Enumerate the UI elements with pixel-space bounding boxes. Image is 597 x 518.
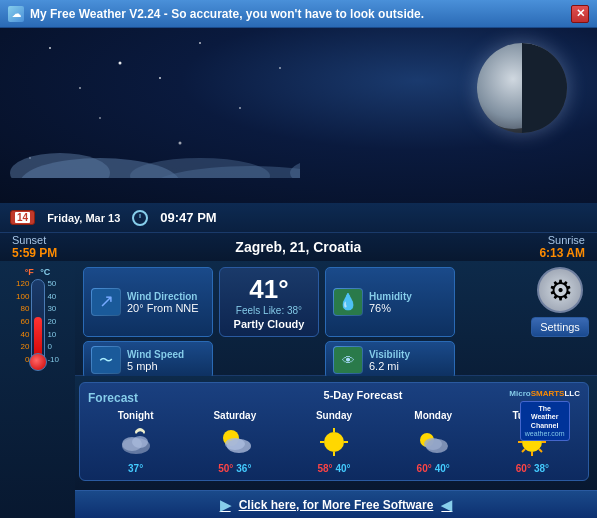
top-panels-row: ↗ Wind Direction 20° From NNE 41° Feels … (83, 267, 523, 337)
visibility-icon: 👁 (333, 346, 363, 374)
day-icon-saturday (217, 424, 253, 460)
wind-speed-panel: 〜 Wind Speed 5 mph (83, 341, 213, 379)
svg-line-51 (522, 449, 525, 452)
fahrenheit-label: °F (25, 267, 34, 277)
weather-dot-com: weather.com (525, 430, 565, 437)
day-temps-sunday: 58° 40° (317, 463, 350, 474)
svg-point-2 (199, 42, 201, 44)
svg-point-31 (132, 436, 148, 448)
forecast-day-tonight: Tonight 37° (88, 410, 183, 474)
visibility-value: 6.2 mi (369, 360, 410, 372)
sunrise-time: 6:13 AM (539, 246, 585, 260)
wind-direction-title: Wind Direction (127, 291, 199, 302)
feels-like: Feels Like: 38° (236, 305, 302, 316)
date-full: Friday, Mar 13 (47, 212, 120, 224)
sunset-time: 5:59 PM (12, 246, 57, 260)
app-body: 14 Friday, Mar 13 09:47 PM Sunset 5:59 P… (0, 28, 597, 518)
temperature-display: 41° Feels Like: 38° Partly Cloudy (219, 267, 319, 337)
right-content: ↗ Wind Direction 20° From NNE 41° Feels … (75, 261, 597, 518)
settings-area: ⚙ Settings (531, 267, 589, 369)
day-temps-saturday: 50° 36° (218, 463, 251, 474)
day-temps-tonight: 37° (128, 463, 143, 474)
forecast-box: Forecast 5-Day Forecast Tonight (79, 382, 589, 481)
fahrenheit-scale: 120 100 80 60 40 20 0 (16, 279, 29, 364)
spacer (219, 341, 319, 379)
sunday-high: 58° (317, 463, 332, 474)
day-icon-monday (415, 424, 451, 460)
thermometer-side: °F °C 120 100 80 60 40 20 0 (0, 261, 75, 518)
gear-icon: ⚙ (537, 267, 583, 313)
moon-display (477, 43, 567, 133)
settings-button[interactable]: Settings (531, 317, 589, 337)
day-icon-tonight (118, 424, 154, 460)
stars-display (0, 28, 300, 178)
sunrise-label: Sunrise (548, 234, 585, 246)
wind-direction-value: 20° From NNE (127, 302, 199, 314)
celsius-scale: 50 40 30 20 10 0 -10 (47, 279, 59, 364)
bottom-link-text: Click here, for More Free Software (239, 498, 434, 512)
visibility-title: Visibility (369, 349, 410, 360)
svg-point-7 (159, 77, 161, 79)
app-icon: ☁ (8, 6, 24, 22)
tuesday-high: 60° (516, 463, 531, 474)
weather-panels: ↗ Wind Direction 20° From NNE 41° Feels … (83, 267, 523, 369)
time-display: 09:47 PM (160, 210, 216, 225)
app-title: My Free Weather V2.24 - So accurate, you… (30, 7, 424, 21)
svg-point-1 (119, 62, 122, 65)
humidity-title: Humidity (369, 291, 412, 302)
weather-channel-text: TheWeatherChannel (531, 405, 559, 430)
date-number: 14 (15, 212, 30, 223)
visibility-panel: 👁 Visibility 6.2 mi (325, 341, 455, 379)
humidity-icon: 💧 (333, 288, 363, 316)
svg-text:↗: ↗ (99, 291, 114, 311)
svg-point-6 (79, 87, 81, 89)
thermometer-container: 120 100 80 60 40 20 0 50 40 30 20 (16, 279, 59, 364)
svg-point-0 (49, 47, 51, 49)
forecast-section: Forecast 5-Day Forecast Tonight (75, 376, 597, 490)
wind-direction-text: Wind Direction 20° From NNE (127, 291, 199, 314)
svg-point-18 (130, 158, 270, 178)
clock-icon (132, 210, 148, 226)
sunset-label: Sunset (12, 234, 46, 246)
svg-line-49 (539, 449, 542, 452)
day-name-monday: Monday (414, 410, 452, 421)
humidity-panel: 💧 Humidity 76% (325, 267, 455, 337)
arrow-left-icon: ▶ (220, 497, 231, 513)
forecast-day-sunday: Sunday 58° (286, 410, 381, 474)
svg-point-3 (279, 67, 281, 69)
tonight-low: 37° (128, 463, 143, 474)
humidity-value: 76% (369, 302, 412, 314)
svg-point-20 (290, 155, 300, 178)
bottom-bar: ▶ Click here, for More Free Software ◀ (75, 490, 597, 518)
close-button[interactable]: ✕ (571, 5, 589, 23)
city-name: Zagreb, 21, Croatia (235, 239, 361, 255)
svg-point-14 (179, 142, 182, 145)
day-temps-tuesday: 60° 38° (516, 463, 549, 474)
svg-point-42 (424, 438, 442, 450)
svg-text:💧: 💧 (338, 292, 358, 311)
saturday-high: 50° (218, 463, 233, 474)
day-name-saturday: Saturday (213, 410, 256, 421)
wind-speed-icon: 〜 (91, 346, 121, 374)
svg-text:〜: 〜 (99, 352, 113, 368)
monday-high: 60° (417, 463, 432, 474)
svg-point-34 (225, 438, 245, 450)
thermometer-bulb (29, 353, 47, 371)
sunday-low: 40° (336, 463, 351, 474)
tuesday-low: 38° (534, 463, 549, 474)
svg-point-35 (324, 432, 344, 452)
day-name-tonight: Tonight (118, 410, 154, 421)
micro-smarts-logo: MicroSMARTSLLC (509, 389, 580, 398)
more-software-link[interactable]: ▶ Click here, for More Free Software ◀ (220, 497, 453, 513)
date-box: 14 (10, 210, 35, 225)
forecast-day-monday: Monday 60° 40° (386, 410, 481, 474)
svg-point-16 (10, 153, 110, 178)
sun-bar: Sunset 5:59 PM Zagreb, 21, Croatia Sunri… (0, 233, 597, 261)
day-name-sunday: Sunday (316, 410, 352, 421)
forecast-header: Forecast 5-Day Forecast (88, 389, 580, 406)
bottom-panels-row: 〜 Wind Speed 5 mph (83, 341, 523, 379)
wind-speed-title: Wind Speed (127, 349, 184, 360)
main-temperature: 41° (249, 274, 288, 305)
wind-direction-panel: ↗ Wind Direction 20° From NNE (83, 267, 213, 337)
forecast-section-title: Forecast (88, 391, 138, 405)
